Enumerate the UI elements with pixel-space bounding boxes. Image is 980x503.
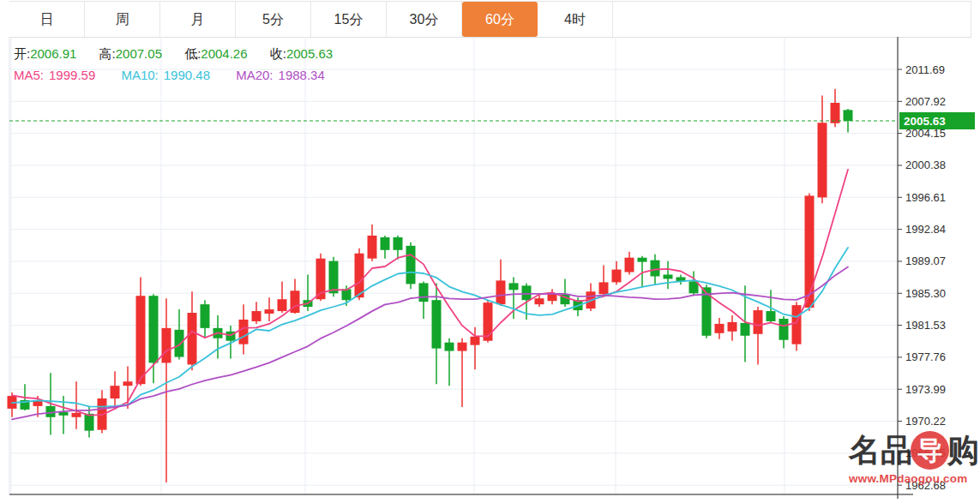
y-axis-label: 1973.99 — [905, 383, 946, 396]
candle-body — [509, 283, 519, 290]
current-price-tag-text: 2005.63 — [904, 115, 946, 128]
candle-body — [754, 310, 763, 334]
y-axis-label: 1992.84 — [905, 223, 946, 236]
candle-body — [792, 305, 802, 344]
candle-body — [239, 320, 249, 344]
candle-body — [471, 337, 480, 345]
candle-body — [664, 274, 673, 278]
candle-body — [265, 309, 274, 314]
candle-body — [458, 343, 467, 351]
candle-body — [612, 270, 622, 283]
high-label: 高: — [99, 46, 116, 61]
quote-row: 开:2006.91 高:2007.05 低:2004.26 收:2005.63 — [14, 46, 352, 63]
watermark-brand: 名品 导 购 — [849, 431, 979, 470]
candle-body — [342, 289, 352, 300]
ma20-label: MA20: — [236, 68, 273, 82]
candle-body — [72, 413, 81, 417]
watermark-brand-left: 名品 — [849, 434, 912, 466]
candle-body — [149, 296, 159, 362]
candle-body — [136, 296, 146, 384]
high-value: 2007.05 — [116, 46, 162, 61]
candle-body — [381, 237, 390, 250]
candle-body — [419, 283, 429, 302]
close-label: 收: — [270, 46, 286, 61]
candle-body — [805, 195, 815, 308]
candle-body — [188, 313, 197, 364]
candle-body — [252, 311, 262, 321]
y-axis-label: 1985.30 — [905, 287, 946, 300]
candle-body — [162, 328, 171, 363]
candle-body — [368, 236, 377, 259]
candle-body — [522, 285, 532, 300]
kline-app: 日周月5分15分30分60分4时 开:2006.91 高:2007.05 低:2… — [0, 0, 980, 503]
ma5-value: 1999.59 — [49, 68, 95, 82]
candle-body — [831, 103, 840, 123]
candle-body — [741, 323, 750, 336]
y-axis-label: 2011.69 — [905, 63, 945, 76]
y-axis-label: 1981.53 — [905, 319, 946, 332]
candle-body — [123, 381, 133, 386]
candle-body — [278, 299, 287, 311]
close-value: 2005.63 — [286, 46, 333, 61]
candle-body — [175, 330, 184, 357]
candle-body — [818, 123, 827, 197]
candle-body — [625, 258, 634, 272]
ma10-label: MA10: — [121, 68, 158, 82]
candle-body — [406, 246, 416, 284]
open-label: 开: — [14, 46, 30, 61]
candle-body — [651, 260, 660, 277]
candle-body — [85, 414, 94, 431]
watermark-brand-circle-icon: 导 — [911, 431, 949, 470]
candle-body — [638, 258, 647, 262]
ma10-value: 1990.48 — [164, 68, 210, 82]
candle-body — [715, 324, 724, 333]
candle-body — [432, 300, 442, 348]
candle-body — [355, 254, 364, 297]
candle-body — [728, 322, 737, 332]
candle-body — [599, 282, 609, 294]
candle-body — [535, 298, 544, 304]
candle-body — [767, 311, 776, 321]
candle-body — [445, 343, 454, 351]
candle-body — [496, 280, 506, 304]
y-axis-label: 1970.22 — [905, 415, 946, 428]
candle-body — [46, 406, 56, 417]
ma-legend-row: MA5:1999.59 MA10:1990.48 MA20:1988.34 — [14, 68, 330, 82]
ma20-value: 1988.34 — [279, 68, 325, 82]
candle-body — [201, 304, 210, 328]
ma5-label: MA5: — [14, 68, 44, 82]
candle-body — [329, 261, 339, 294]
candle-body — [844, 110, 853, 121]
y-axis-label: 1989.07 — [905, 254, 946, 267]
y-axis-label: 2000.38 — [905, 159, 946, 171]
watermark: 名品 导 购 www.MPdaogou.com — [849, 431, 979, 485]
watermark-brand-right: 购 — [947, 434, 979, 466]
low-label: 低: — [184, 46, 201, 61]
y-axis-label: 1996.61 — [905, 191, 946, 204]
y-axis-label: 2007.92 — [905, 95, 946, 108]
open-value: 2006.91 — [30, 46, 76, 61]
y-axis-label: 1977.76 — [905, 350, 946, 363]
watermark-url: www.MPdaogou.com — [849, 472, 979, 485]
candle-body — [484, 302, 493, 341]
candle-body — [394, 237, 403, 250]
candle-body — [779, 319, 789, 340]
candle-body — [111, 386, 120, 398]
low-value: 2004.26 — [201, 46, 247, 61]
